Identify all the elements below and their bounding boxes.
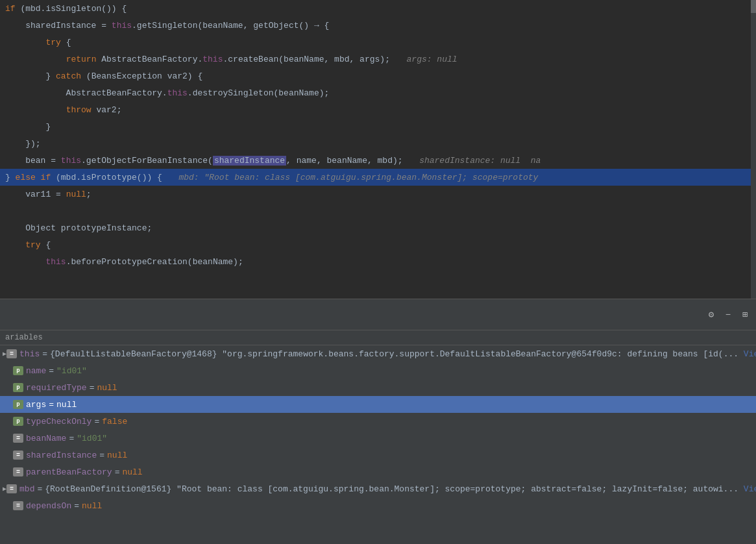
code-line-16: this.beforePrototypeCreation(beanName); xyxy=(0,253,756,270)
var-row-mbd[interactable]: ▶ = mbd = {RootBeanDefinition@1561} "Roo… xyxy=(0,480,756,497)
var-name-mbd: mbd xyxy=(19,484,34,494)
var-row-sharedinstance[interactable]: = sharedInstance = null xyxy=(0,447,756,464)
expand-icon-parentbeanfactory xyxy=(3,469,13,476)
var-row-parentbeanfactory[interactable]: = parentBeanFactory = null xyxy=(0,464,756,480)
var-eq-args: = xyxy=(49,400,54,410)
var-row-name[interactable]: p name = "id01" xyxy=(0,362,756,379)
var-icon-parentbeanfactory: = xyxy=(13,467,23,476)
var-row-typecheckonly[interactable]: p typeCheckOnly = false xyxy=(0,413,756,430)
code-line-12: var11 = null; xyxy=(0,186,756,203)
code-line-15: try { xyxy=(0,236,756,253)
expand-icon-requiredtype xyxy=(3,384,13,391)
code-line-14: Object prototypeInstance; xyxy=(0,219,756,236)
code-line-3: try { xyxy=(0,34,756,51)
var-val-beanname: "id01" xyxy=(77,434,107,443)
var-name-name: name xyxy=(26,366,46,376)
var-row-args[interactable]: p args = null xyxy=(0,396,756,413)
code-line-8: } xyxy=(0,118,756,135)
var-name-this: this xyxy=(19,349,40,359)
var-eq-parentbeanfactory: = xyxy=(115,467,120,477)
var-name-beanname: beanName xyxy=(26,434,66,443)
var-icon-sharedinstance: = xyxy=(13,451,23,460)
var-eq-typecheckonly: = xyxy=(94,417,99,427)
var-eq-dependson: = xyxy=(74,501,79,511)
code-line-11: } else if (mbd.isPrototype()) { mbd: "Ro… xyxy=(0,169,756,186)
variables-panel: ariables ▶ = this = {DefaultListableBean… xyxy=(0,330,756,544)
var-val-args: null xyxy=(56,400,77,410)
var-icon-this: = xyxy=(6,349,17,358)
layout-icon[interactable]: ⊞ xyxy=(739,309,751,321)
var-icon-name: p xyxy=(13,366,23,375)
var-row-this[interactable]: ▶ = this = {DefaultListableBeanFactory@1… xyxy=(0,345,756,362)
var-val-typecheckonly: false xyxy=(102,417,127,427)
code-line-6: AbstractBeanFactory.this.destroySingleto… xyxy=(0,84,756,101)
code-editor: if (mbd.isSingleton()) { sharedInstance … xyxy=(0,0,756,299)
var-name-sharedinstance: sharedInstance xyxy=(26,451,97,460)
expand-icon-sharedinstance xyxy=(3,452,13,459)
expand-icon-args xyxy=(3,401,13,408)
var-val-dependson: null xyxy=(82,501,102,511)
var-val-parentbeanfactory: null xyxy=(122,467,142,477)
variables-header: ariables xyxy=(0,330,756,345)
var-name-dependson: dependsOn xyxy=(26,501,71,511)
code-scrollbar-track[interactable] xyxy=(751,0,756,299)
expand-icon-beanname xyxy=(3,435,13,442)
variables-title: ariables xyxy=(5,333,43,342)
var-name-args: args xyxy=(26,400,46,410)
code-line-10: bean = this.getObjectForBeanInstance(sha… xyxy=(0,152,756,169)
var-row-requiredtype[interactable]: p requiredType = null xyxy=(0,379,756,396)
code-line-7: throw var2; xyxy=(0,101,756,118)
expand-icon-typecheckonly xyxy=(3,418,13,425)
var-icon-args: p xyxy=(13,400,23,409)
var-icon-typecheckonly: p xyxy=(13,417,23,426)
divider-toolbar: ⚙ − ⊞ xyxy=(0,299,756,330)
code-line-2: sharedInstance = this.getSingleton(beanN… xyxy=(0,17,756,34)
var-row-dependson[interactable]: = dependsOn = null xyxy=(0,497,756,514)
var-icon-beanname: = xyxy=(13,434,23,443)
var-name-requiredtype: requiredType xyxy=(26,383,87,393)
gear-icon[interactable]: ⚙ xyxy=(705,309,717,321)
var-eq-mbd: = xyxy=(37,484,42,494)
var-val-sharedinstance: null xyxy=(107,451,127,460)
var-row-beanname[interactable]: = beanName = "id01" xyxy=(0,430,756,447)
expand-icon-name xyxy=(3,367,13,375)
var-eq-sharedinstance: = xyxy=(99,451,104,460)
code-scrollbar-thumb[interactable] xyxy=(751,0,756,13)
var-val-requiredtype: null xyxy=(97,383,117,393)
code-line-4: return AbstractBeanFactory.this.createBe… xyxy=(0,51,756,68)
var-name-typecheckonly: typeCheckOnly xyxy=(26,417,91,427)
var-val-this: {DefaultListableBeanFactory@1468} "org.s… xyxy=(50,349,756,359)
var-icon-requiredtype: p xyxy=(13,383,23,392)
var-icon-dependson: = xyxy=(13,501,23,510)
var-eq-requiredtype: = xyxy=(90,383,95,393)
var-name-parentbeanfactory: parentBeanFactory xyxy=(26,467,112,477)
code-line-5: } catch (BeansException var2) { xyxy=(0,68,756,84)
minus-icon[interactable]: − xyxy=(722,309,734,321)
var-eq-this: = xyxy=(42,349,47,359)
code-line-1: if (mbd.isSingleton()) { xyxy=(0,0,756,17)
var-val-mbd: {RootBeanDefinition@1561} "Root bean: cl… xyxy=(45,484,756,494)
var-icon-mbd: = xyxy=(6,484,17,493)
code-line-13 xyxy=(0,203,756,219)
expand-icon-dependson xyxy=(3,502,13,510)
var-val-name: "id01" xyxy=(56,366,87,376)
var-eq-beanname: = xyxy=(69,434,74,443)
code-line-9: }); xyxy=(0,135,756,152)
var-eq-name: = xyxy=(49,366,54,376)
